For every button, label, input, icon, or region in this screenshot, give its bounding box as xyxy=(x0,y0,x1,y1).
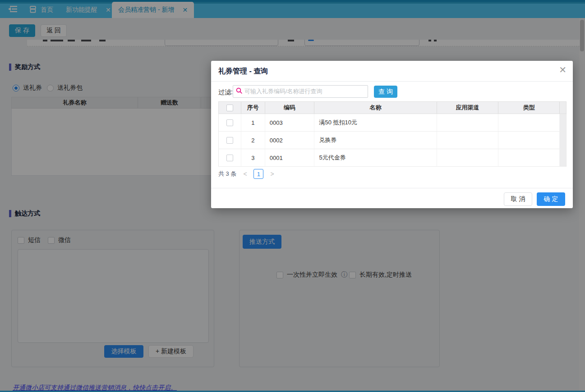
col-code: 编码 xyxy=(265,102,315,114)
table-scrollbar[interactable] xyxy=(560,132,566,149)
confirm-button[interactable]: 确 定 xyxy=(537,192,565,206)
table-row[interactable]: 3 0001 5元代金券 xyxy=(218,149,567,167)
modal-footer-divider xyxy=(211,188,573,188)
cell-type xyxy=(498,114,560,131)
cell-name: 满50 抵扣10元 xyxy=(314,114,437,131)
select-all-cell xyxy=(219,102,241,114)
table-scrollbar-top xyxy=(560,102,566,114)
col-channel: 应用渠道 xyxy=(437,102,499,114)
modal-close-icon[interactable]: ✕ xyxy=(559,65,567,74)
cell-name: 兑换券 xyxy=(314,132,437,149)
cell-type xyxy=(498,149,560,166)
pagination: 共 3 条 < 1 > xyxy=(218,169,275,179)
query-button[interactable]: 查 询 xyxy=(374,86,397,98)
cell-channel xyxy=(437,132,499,149)
table-scrollbar[interactable] xyxy=(560,149,566,166)
search-placeholder: 可输入礼券编码/名称进行查询 xyxy=(244,87,322,96)
cell-code: 0001 xyxy=(265,149,315,166)
row-checkbox[interactable] xyxy=(226,155,233,161)
pagination-page-1[interactable]: 1 xyxy=(253,169,263,179)
cell-no: 1 xyxy=(241,114,265,131)
filter-label: 过滤: xyxy=(218,88,233,96)
table-row[interactable]: 1 0003 满50 抵扣10元 xyxy=(218,114,567,132)
table-row[interactable]: 2 0002 兑换券 xyxy=(218,132,567,149)
col-no: 序号 xyxy=(241,102,265,114)
table-scrollbar[interactable] xyxy=(560,114,566,131)
coupon-table: 序号 编码 名称 应用渠道 类型 1 0003 满50 抵扣10元 2 0002… xyxy=(218,101,567,167)
select-all-checkbox[interactable] xyxy=(226,105,233,111)
col-type: 类型 xyxy=(498,102,560,114)
col-name: 名称 xyxy=(314,102,437,114)
pagination-total: 共 3 条 xyxy=(218,170,236,178)
coupon-query-modal: 礼券管理 - 查询 ✕ 过滤: 可输入礼券编码/名称进行查询 查 询 序号 编码… xyxy=(211,61,573,208)
cell-name: 5元代金券 xyxy=(314,149,437,166)
cancel-button[interactable]: 取 消 xyxy=(504,192,532,206)
cell-channel xyxy=(437,114,499,131)
row-checkbox[interactable] xyxy=(226,119,233,126)
row-checkbox[interactable] xyxy=(226,137,233,144)
cell-no: 2 xyxy=(241,132,265,149)
modal-title-divider xyxy=(211,81,573,82)
pagination-next-icon[interactable]: > xyxy=(269,170,275,178)
cell-code: 0002 xyxy=(265,132,315,149)
search-input[interactable]: 可输入礼券编码/名称进行查询 xyxy=(233,85,368,98)
coupon-table-header: 序号 编码 名称 应用渠道 类型 xyxy=(218,101,567,114)
cell-no: 3 xyxy=(241,149,265,166)
cell-type xyxy=(498,132,560,149)
cell-channel xyxy=(437,149,499,166)
modal-title: 礼券管理 - 查询 xyxy=(218,67,268,76)
pagination-prev-icon[interactable]: < xyxy=(242,170,248,178)
cell-code: 0003 xyxy=(265,114,315,131)
search-icon xyxy=(236,87,242,96)
